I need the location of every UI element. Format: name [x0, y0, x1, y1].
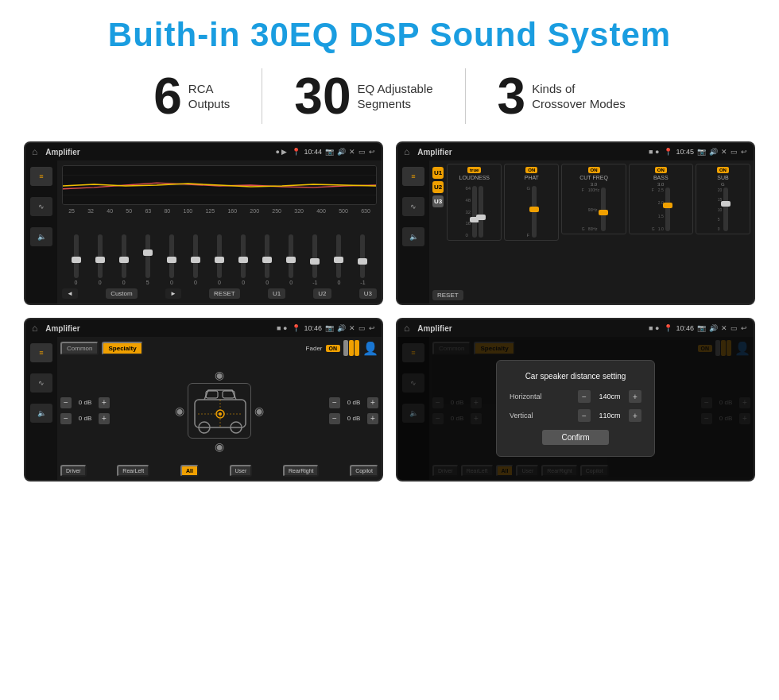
btn-driver[interactable]: Driver: [60, 465, 87, 477]
amp-phat: ON PHAT GF: [504, 164, 559, 241]
bass-area: FG 2.52.01.51.0: [652, 188, 670, 231]
db-row-3: − 0 dB +: [329, 397, 378, 408]
screen-content-1: ≡ ∿ 🔈: [25, 160, 382, 304]
fader-bars: [343, 340, 359, 356]
screen-content-4: ≡ ∿ 🔈 Common Specialty ON 👤: [397, 337, 754, 480]
eq-slider-8: 0: [257, 234, 278, 285]
btn-all[interactable]: All: [180, 465, 199, 477]
horizontal-value: 140cm: [594, 393, 626, 400]
stat-eq: 30 EQ AdjustableSegments: [262, 71, 464, 122]
eq-u3-btn[interactable]: U3: [359, 288, 377, 299]
screen-eq: ⌂ Amplifier ● ▶ 📍 10:44 📷 🔊 ✕ ▭ ↩ ≡ ∿: [24, 141, 383, 305]
left-sidebar-1: ≡ ∿ 🔈: [25, 160, 57, 304]
left-sidebar-3: ≡ ∿ 🔈: [25, 337, 57, 480]
location-icon-2: 📍: [664, 148, 672, 156]
amp-content: U1 U2 U3 true LOUDNESS 644832160: [429, 160, 754, 304]
cam-icon-4: 📷: [697, 324, 706, 332]
android-bar-4: ⌂ Amplifier ■ ● 📍 10:46 📷 🔊 ✕ ▭ ↩: [397, 319, 754, 337]
bass-label: BASS: [653, 175, 669, 180]
horizontal-minus[interactable]: −: [578, 390, 591, 403]
sidebar-btn-wave[interactable]: ∿: [30, 197, 52, 216]
tab-specialty[interactable]: Specialty: [102, 342, 142, 355]
dialog-horizontal-row: Horizontal − 140cm +: [510, 390, 641, 403]
home-icon-3: ⌂: [32, 323, 37, 334]
db-minus-1[interactable]: −: [60, 397, 72, 408]
dot-icon-1: ● ▶: [276, 148, 288, 156]
stat-rca: 6 RCAOutputs: [122, 71, 262, 122]
fader-bar-2: [349, 340, 354, 356]
sidebar-btn-eq[interactable]: ≡: [30, 167, 52, 186]
back-icon-2: ↩: [741, 148, 747, 156]
eq-u1-btn[interactable]: U1: [268, 288, 285, 299]
app-title-1: Amplifier: [45, 148, 270, 157]
screen-content-2: ≡ ∿ 🔈 U1 U2 U3: [397, 160, 754, 304]
sidebar-btn-wave3[interactable]: ∿: [30, 373, 52, 393]
phat-on: ON: [525, 167, 537, 173]
bar-icons-4: 📍 10:46 📷 🔊 ✕ ▭ ↩: [664, 324, 747, 332]
cutfreq-label: CUT FREQ: [579, 175, 608, 180]
stat-crossover: 3 Kinds ofCrossover Modes: [466, 71, 657, 122]
bar-icons-3: 📍 10:46 📷 🔊 ✕ ▭ ↩: [292, 324, 375, 332]
db-plus-1[interactable]: +: [99, 397, 110, 408]
btn-rearright[interactable]: RearRight: [283, 465, 320, 477]
fader-bar-1: [343, 340, 348, 356]
cam-icon-2: 📷: [697, 148, 706, 156]
eq-bottom-controls: ◄ Custom ► RESET U1 U2 U3: [62, 288, 377, 299]
screen-amp: ⌂ Amplifier ■ ● 📍 10:45 📷 🔊 ✕ ▭ ↩ ≡ ∿ 🔈: [396, 141, 755, 305]
amp-reset-btn[interactable]: RESET: [432, 290, 463, 300]
eq-prev-btn[interactable]: ◄: [62, 288, 78, 299]
eq-slider-9: 0: [281, 234, 302, 285]
db-val-1: 0 dB: [74, 399, 96, 406]
cutfreq-area: FG 100Hz90Hz80Hz: [582, 188, 606, 231]
sidebar-btn-vol2[interactable]: 🔈: [402, 227, 424, 246]
eq-slider-10: -1: [304, 234, 326, 285]
vertical-ctrl: − 110cm +: [578, 409, 641, 422]
sidebar-btn-eq3[interactable]: ≡: [30, 343, 52, 362]
db-minus-3[interactable]: −: [329, 397, 340, 408]
phat-area: GF: [526, 182, 537, 238]
eq-custom-btn[interactable]: Custom: [106, 288, 138, 299]
eq-slider-5: 0: [184, 234, 206, 285]
btn-user[interactable]: User: [230, 465, 253, 477]
stat-number-rca: 6: [153, 71, 182, 122]
loudness-on: true: [467, 167, 481, 173]
db-row-1: − 0 dB +: [60, 397, 110, 408]
horizontal-plus[interactable]: +: [629, 390, 641, 403]
sidebar-btn-vol[interactable]: 🔈: [30, 227, 52, 246]
loudness-label: LOUDNESS: [459, 175, 490, 180]
sidebar-btn-vol3[interactable]: 🔈: [30, 404, 52, 423]
x-icon-3: ✕: [349, 324, 355, 332]
vertical-minus[interactable]: −: [578, 409, 591, 422]
sidebar-btn-eq2[interactable]: ≡: [402, 167, 424, 186]
vertical-value: 110cm: [594, 412, 626, 420]
crossover-content: Common Specialty Fader ON 👤: [57, 337, 382, 480]
eq-u2-btn[interactable]: U2: [313, 288, 331, 299]
rect-icon-4: ▭: [731, 324, 738, 332]
db-minus-2[interactable]: −: [60, 413, 72, 424]
cam-icon-1: 📷: [325, 148, 334, 156]
sub-area: 20151050: [718, 188, 729, 231]
sidebar-btn-wave2[interactable]: ∿: [402, 197, 424, 216]
stat-number-eq: 30: [294, 71, 351, 122]
preset-u1[interactable]: U1: [432, 167, 444, 179]
db-minus-4[interactable]: −: [329, 413, 340, 424]
confirm-button[interactable]: Confirm: [542, 430, 608, 445]
eq-next-btn[interactable]: ►: [165, 288, 181, 299]
db-plus-4[interactable]: +: [367, 413, 378, 424]
x-icon-2: ✕: [721, 148, 727, 156]
eq-reset-btn[interactable]: RESET: [209, 288, 240, 299]
back-icon-1: ↩: [369, 148, 375, 156]
android-bar-2: ⌂ Amplifier ■ ● 📍 10:45 📷 🔊 ✕ ▭ ↩: [397, 143, 754, 160]
vertical-plus[interactable]: +: [629, 409, 641, 422]
tab-common[interactable]: Common: [60, 342, 99, 355]
btn-rearleft[interactable]: RearLeft: [117, 465, 149, 477]
preset-u2[interactable]: U2: [432, 181, 444, 193]
db-plus-3[interactable]: +: [367, 397, 378, 408]
db-val-2: 0 dB: [74, 415, 96, 422]
preset-u3[interactable]: U3: [432, 195, 444, 207]
crossover-left-db: − 0 dB + − 0 dB +: [60, 397, 110, 424]
back-icon-3: ↩: [369, 324, 375, 332]
db-plus-2[interactable]: +: [99, 413, 110, 424]
car-svg-area: [188, 383, 251, 439]
btn-copilot[interactable]: Copilot: [350, 465, 378, 477]
